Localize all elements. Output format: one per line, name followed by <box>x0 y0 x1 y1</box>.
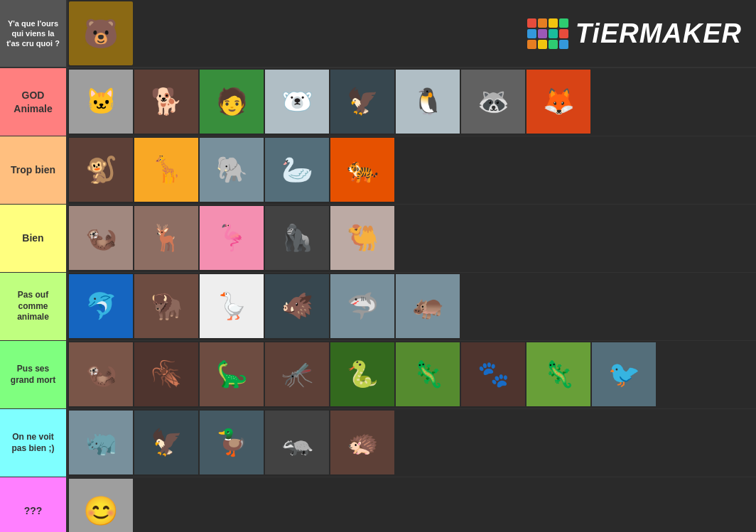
animal-shark: 🦈 <box>330 274 394 338</box>
animal-python: 🐍 <box>330 342 394 406</box>
animal-human: 🧑 <box>200 70 264 134</box>
tier-items-bien: 🦦 🦌 🦩 🦍 🐫 <box>68 205 756 272</box>
tier-items-onvoit: 🦏 🦅 🦆 🦡 🦔 <box>68 409 756 477</box>
animal-penguin: 🐧 <box>396 70 460 134</box>
logo-container: TiERMAKER <box>513 0 756 67</box>
animal-fox: 🦊 <box>526 70 590 134</box>
animal-raccoon: 🦝 <box>461 70 525 134</box>
tier-row-pus: Pus ses grand mort 🦦 🪳 🦕 🦟 🐍 🦎 🐾 🦎 🐦 <box>0 341 756 409</box>
tier-label-pus: Pus ses grand mort <box>0 341 68 408</box>
animal-giraffe: 🦒 <box>134 138 198 202</box>
animal-camel: 🐫 <box>330 206 394 270</box>
animal-meerkat: 🦦 <box>69 206 133 270</box>
header-items: 🐻 <box>68 0 513 67</box>
animal-tiger: 🐅 <box>330 138 394 202</box>
animal-cat: 🐱 <box>69 70 133 134</box>
tier-label-onvoit: On ne voit pas bien ;) <box>0 409 68 477</box>
animal-chimp: 🐒 <box>69 138 133 202</box>
header-label: Y'a que l'ours qui viens la t'as cru quo… <box>0 0 68 67</box>
animal-lizard: 🦎 <box>526 342 590 406</box>
tier-row-onvoit: On ne voit pas bien ;) 🦏 🦅 🦆 🦡 🦔 <box>0 409 756 477</box>
animal-flamingo: 🦩 <box>200 206 264 270</box>
animal-bernese: 🐕 <box>134 70 198 134</box>
animal-person: 😊 <box>69 479 133 532</box>
animal-crane: 🦢 <box>265 138 329 202</box>
tier-label-bien: Bien <box>0 205 68 272</box>
animal-boar: 🐗 <box>265 274 329 338</box>
animal-deer: 🦌 <box>134 206 198 270</box>
animal-hippo: 🦛 <box>396 274 460 338</box>
animal-bison: 🦬 <box>134 274 198 338</box>
tier-label-god: GOD Animale <box>0 68 68 136</box>
animal-vulture: 🦅 <box>134 411 198 474</box>
animal-otter: 🦦 <box>69 342 133 406</box>
animal-dino: 🦕 <box>200 342 264 406</box>
tier-row-qqq: ??? 😊 <box>0 477 756 532</box>
tier-items-pus: 🦦 🪳 🦕 🦟 🐍 🦎 🐾 🦎 🐦 <box>68 341 756 408</box>
animal-gorilla: 🦍 <box>265 206 329 270</box>
tier-row-bien: Bien 🦦 🦌 🦩 🦍 🐫 <box>0 205 756 273</box>
animal-mosquito: 🦟 <box>265 342 329 406</box>
tier-items-pasouf: 🐬 🦬 🪿 🐗 🦈 🦛 <box>68 273 756 340</box>
animal-dolphin: 🐬 <box>69 274 133 338</box>
animal-eagle: 🦅 <box>330 70 394 134</box>
animal-tasmanian: 🐾 <box>461 342 525 406</box>
animal-bear: 🐻 <box>69 1 133 65</box>
tier-label-qqq: ??? <box>0 477 68 532</box>
animal-eagle2: 🦆 <box>200 411 264 474</box>
animal-cockroach: 🪳 <box>134 342 198 406</box>
tier-row-pasouf: Pas ouf comme animale 🐬 🦬 🪿 🐗 🦈 🦛 <box>0 273 756 341</box>
tier-label-pasouf: Pas ouf comme animale <box>0 273 68 340</box>
header: Y'a que l'ours qui viens la t'as cru quo… <box>0 0 756 68</box>
tier-row-god: GOD Animale 🐱 🐕 🧑 🐻‍❄️ 🦅 🐧 🦝 🦊 <box>0 68 756 136</box>
logo-text: TiERMAKER <box>576 18 742 49</box>
animal-elephant: 🐘 <box>200 138 264 202</box>
tier-items-qqq: 😊 <box>68 477 756 532</box>
app-container: Y'a que l'ours qui viens la t'as cru quo… <box>0 0 756 532</box>
animal-polar-bear: 🐻‍❄️ <box>265 70 329 134</box>
animal-goose: 🪿 <box>200 274 264 338</box>
tier-items-tropbien: 🐒 🦒 🐘 🦢 🐅 <box>68 136 756 204</box>
tier-items-god: 🐱 🐕 🧑 🐻‍❄️ 🦅 🐧 🦝 🦊 <box>68 68 756 136</box>
animal-komodo: 🦎 <box>396 342 460 406</box>
logo-grid <box>527 18 568 49</box>
animal-rhino: 🦏 <box>69 411 133 474</box>
animal-bird2: 🐦 <box>592 342 656 406</box>
animal-hedgehog: 🦔 <box>330 411 394 474</box>
animal-badger: 🦡 <box>265 411 329 474</box>
tier-row-tropbien: Trop bien 🐒 🦒 🐘 🦢 🐅 <box>0 136 756 205</box>
tier-label-tropbien: Trop bien <box>0 136 68 204</box>
